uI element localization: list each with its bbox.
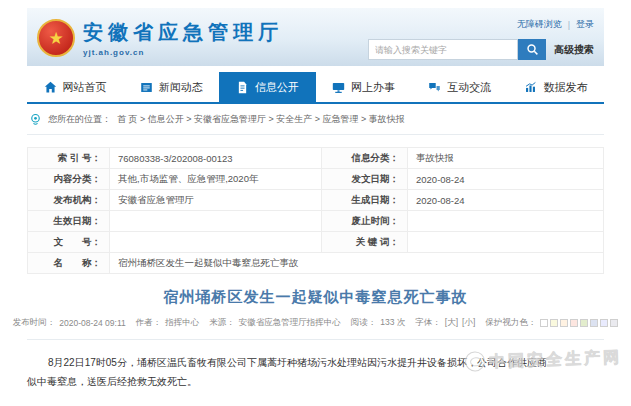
publish-time-value: 2020-08-24 09:11 bbox=[59, 318, 125, 328]
name-value: 宿州埇桥区发生一起疑似中毒窒息死亡事故 bbox=[110, 253, 604, 274]
monitor-icon bbox=[332, 81, 345, 94]
font-large-button[interactable]: [大] bbox=[445, 317, 458, 329]
site-url: yjt.ah.gov.cn bbox=[83, 48, 283, 57]
content-category-label: 内容分类： bbox=[28, 169, 110, 190]
eye-protect-label: 保护视力色： bbox=[485, 317, 536, 329]
issue-date-label: 发文日期： bbox=[322, 169, 408, 190]
publisher-value: 安徽省应急管理厅 bbox=[110, 190, 322, 211]
table-row: 发布机构： 安徽省应急管理厅 生成日期： 2020-08-24 bbox=[28, 190, 604, 211]
generate-date-label: 生成日期： bbox=[322, 190, 408, 211]
font-size-label: 字体： bbox=[415, 317, 441, 329]
eye-protect-swatches bbox=[540, 319, 618, 327]
author-value: 指挥中心 bbox=[165, 317, 199, 329]
home-icon bbox=[44, 81, 57, 94]
search-input[interactable] bbox=[368, 39, 518, 60]
effective-date-label: 生效日期： bbox=[28, 211, 110, 232]
views-label: 阅读： bbox=[351, 317, 377, 329]
content-category-value: 其他,市场监管、应急管理,2020年 bbox=[110, 169, 322, 190]
nav-label: 互动交流 bbox=[447, 80, 491, 95]
generate-date-value: 2020-08-24 bbox=[408, 190, 604, 211]
keywords-value bbox=[408, 232, 604, 253]
article-meta: 发布时间：2020-08-24 09:11 作者：指挥中心 来源：安徽省应急管理… bbox=[27, 317, 604, 340]
chart-icon bbox=[524, 81, 537, 94]
nav-item-online-services[interactable]: 网上办事 bbox=[316, 72, 412, 102]
views-value: 133 次 bbox=[380, 317, 405, 329]
page: ★ 安徽省应急管理厅 yjt.ah.gov.cn 无障碍浏览 | 登录 bbox=[27, 0, 604, 391]
info-category-value: 事故快报 bbox=[408, 148, 604, 169]
eye-protect-color-swatch[interactable] bbox=[590, 319, 598, 327]
source-label: 来源： bbox=[209, 317, 235, 329]
publish-time-label: 发布时间： bbox=[13, 317, 56, 329]
advanced-search-link[interactable]: 高级搜索 bbox=[554, 43, 594, 57]
nav-label: 网上办事 bbox=[351, 80, 395, 95]
doc-number-value bbox=[110, 232, 322, 253]
breadcrumb: 您所在的位置： 首 页 > 信息公开 > 安徽省应急管理厅 > 安全生产 > 应… bbox=[27, 104, 604, 135]
nav-item-interaction[interactable]: 互动交流 bbox=[412, 72, 508, 102]
table-row: 名 称： 宿州埇桥区发生一起疑似中毒窒息死亡事故 bbox=[28, 253, 604, 274]
eye-protect-color-swatch[interactable] bbox=[610, 319, 618, 327]
source-value: 安徽省应急管理厅指挥中心 bbox=[239, 317, 341, 329]
eye-protect-color-swatch[interactable] bbox=[560, 319, 568, 327]
table-row: 生效日期： 废止时间： bbox=[28, 211, 604, 232]
index-number-value: 76080338-3/202008-00123 bbox=[110, 148, 322, 169]
site-title: 安徽省应急管理厅 bbox=[83, 19, 283, 46]
author-label: 作者： bbox=[136, 317, 162, 329]
issue-date-value: 2020-08-24 bbox=[408, 169, 604, 190]
index-number-label: 索 引 号： bbox=[28, 148, 110, 169]
search-icon bbox=[526, 43, 539, 56]
nav-label: 新闻动态 bbox=[159, 80, 203, 95]
links-divider: | bbox=[568, 20, 570, 30]
effective-date-value bbox=[110, 211, 322, 232]
article-body: 8月22日17时05分，埇桥区温氏畜牧有限公司下属蒿圩种猪场污水处理站因污水提升… bbox=[27, 353, 604, 391]
eye-protect-color-swatch[interactable] bbox=[600, 319, 608, 327]
publisher-label: 发布机构： bbox=[28, 190, 110, 211]
chat-icon bbox=[428, 81, 441, 94]
table-row: 文 号： 关 键 词： bbox=[28, 232, 604, 253]
table-row: 内容分类： 其他,市场监管、应急管理,2020年 发文日期： 2020-08-2… bbox=[28, 169, 604, 190]
search-bar: 高级搜索 bbox=[368, 39, 594, 60]
nav-label: 网站首页 bbox=[63, 80, 107, 95]
doc-number-label: 文 号： bbox=[28, 232, 110, 253]
site-banner: ★ 安徽省应急管理厅 yjt.ah.gov.cn 无障碍浏览 | 登录 bbox=[27, 8, 604, 66]
eye-protect-color-swatch[interactable] bbox=[550, 319, 558, 327]
document-icon bbox=[236, 81, 249, 94]
info-category-label: 信息分类： bbox=[322, 148, 408, 169]
font-small-button[interactable]: [小] bbox=[462, 317, 475, 329]
article-title: 宿州埇桥区发生一起疑似中毒窒息死亡事故 bbox=[27, 288, 604, 307]
body-paragraph-line2: 似中毒窒息，送医后经抢救无效死亡。 bbox=[27, 372, 604, 391]
national-emblem-icon: ★ bbox=[37, 19, 75, 57]
main-nav: 网站首页 新闻动态 信息公开 网上办事 bbox=[27, 72, 604, 104]
nav-item-info-disclosure[interactable]: 信息公开 bbox=[219, 72, 315, 102]
nav-item-news[interactable]: 新闻动态 bbox=[123, 72, 219, 102]
breadcrumb-prefix: 您所在的位置： bbox=[48, 113, 111, 126]
abolish-date-label: 废止时间： bbox=[322, 211, 408, 232]
name-label: 名 称： bbox=[28, 253, 110, 274]
nav-item-data-release[interactable]: 数据发布 bbox=[508, 72, 604, 102]
login-link[interactable]: 登录 bbox=[576, 18, 594, 31]
eye-protect-color-swatch[interactable] bbox=[570, 319, 578, 327]
eye-protect-color-swatch[interactable] bbox=[580, 319, 588, 327]
news-icon bbox=[140, 81, 153, 94]
eye-protect-color-swatch[interactable] bbox=[540, 319, 548, 327]
accessibility-link[interactable]: 无障碍浏览 bbox=[517, 18, 562, 31]
search-button[interactable] bbox=[518, 39, 546, 60]
table-row: 索 引 号： 76080338-3/202008-00123 信息分类： 事故快… bbox=[28, 148, 604, 169]
nav-label: 数据发布 bbox=[543, 80, 587, 95]
nav-label: 信息公开 bbox=[255, 80, 299, 95]
site-brand[interactable]: ★ 安徽省应急管理厅 yjt.ah.gov.cn bbox=[37, 14, 283, 62]
abolish-date-value bbox=[408, 211, 604, 232]
location-icon bbox=[29, 113, 42, 126]
breadcrumb-trail[interactable]: 首 页 > 信息公开 > 安徽省应急管理厅 > 安全生产 > 应急管理 > 事故… bbox=[117, 113, 405, 126]
document-info-table: 索 引 号： 76080338-3/202008-00123 信息分类： 事故快… bbox=[27, 147, 604, 274]
nav-item-home[interactable]: 网站首页 bbox=[27, 72, 123, 102]
body-paragraph-line1: 8月22日17时05分，埇桥区温氏畜牧有限公司下属蒿圩种猪场污水处理站因污水提升… bbox=[27, 353, 604, 372]
keywords-label: 关 键 词： bbox=[322, 232, 408, 253]
top-links: 无障碍浏览 | 登录 bbox=[517, 18, 594, 31]
